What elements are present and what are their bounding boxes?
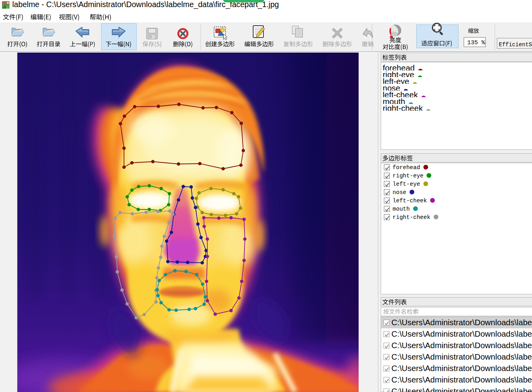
svg-text:EfficientSa: EfficientSa bbox=[499, 41, 532, 48]
svg-text:135 %: 135 % bbox=[467, 40, 485, 46]
